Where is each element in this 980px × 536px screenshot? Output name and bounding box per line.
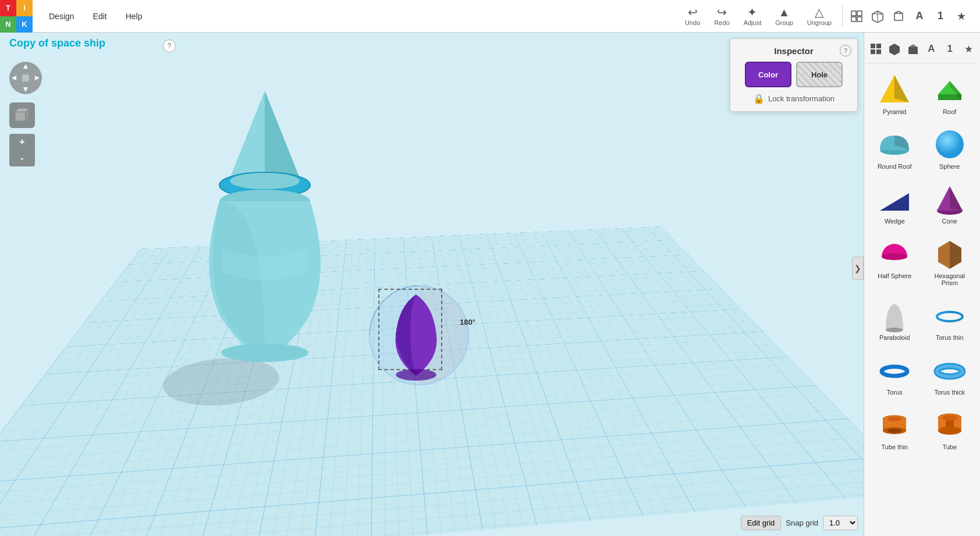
shape-preview-sphere — [932, 127, 967, 162]
text-icon-btn[interactable]: A — [910, 7, 929, 26]
svg-marker-34 — [894, 75, 909, 102]
redo-button[interactable]: ↪ Redo — [708, 4, 735, 29]
menu-design[interactable]: Design — [42, 8, 81, 24]
shape-item-cone[interactable]: Cone — [924, 178, 976, 229]
group-button[interactable]: ▲ Group — [769, 4, 799, 29]
shape-item-sphere[interactable]: Sphere — [924, 123, 976, 174]
shape-item-paraboloid[interactable]: Paraboloid — [869, 294, 921, 345]
panel-star-icon[interactable]: ★ — [959, 40, 978, 58]
orbit-control[interactable] — [9, 62, 42, 94]
shape-svg-torus-thin — [932, 298, 967, 333]
shape-label-hex-prism: Hexagonal Prism — [926, 272, 974, 286]
view-3d-icon-btn[interactable] — [868, 7, 887, 26]
help-button[interactable]: ? — [163, 40, 176, 52]
shape-item-half-sphere[interactable]: Half Sphere — [869, 232, 921, 290]
hole-button[interactable]: Hole — [796, 62, 843, 87]
box-icon-btn[interactable] — [889, 7, 908, 26]
box-icon — [892, 10, 905, 23]
project-title: Copy of space ship — [9, 37, 105, 49]
svg-point-57 — [887, 417, 901, 421]
svg-rect-0 — [851, 11, 856, 16]
shape-label-cone: Cone — [942, 218, 957, 225]
logo-n: N — [0, 16, 16, 33]
purple-cone — [378, 289, 454, 382]
lock-label: Lock transformation — [768, 94, 835, 103]
shape-preview-paraboloid — [877, 298, 912, 333]
logo[interactable]: T I N K — [0, 0, 33, 33]
panel-cube-icon[interactable] — [885, 40, 904, 58]
collapse-panel-button[interactable]: ❯ — [852, 257, 864, 280]
edit-grid-button[interactable]: Edit grid — [741, 516, 782, 530]
inspector-title: Inspector — [737, 46, 850, 56]
shape-item-tube[interactable]: Tube — [924, 403, 976, 455]
shape-label-paraboloid: Paraboloid — [879, 334, 910, 341]
redo-label: Redo — [714, 19, 729, 26]
svg-point-21 — [230, 173, 300, 189]
shape-label-torus-thin: Torus thin — [936, 334, 964, 341]
shape-label-tube-thin: Tube thin — [882, 443, 908, 450]
shape-svg-torus-thick — [932, 353, 967, 388]
panel-text-icon[interactable]: A — [922, 40, 940, 58]
undo-label: Undo — [685, 19, 700, 26]
snap-label: Snap grid — [786, 519, 818, 527]
shape-label-tube: Tube — [942, 443, 957, 450]
redo-icon: ↪ — [717, 6, 727, 18]
shape-preview-torus-thick — [932, 353, 967, 388]
svg-rect-7 — [894, 13, 903, 20]
svg-marker-47 — [950, 241, 961, 269]
reset-view-button[interactable] — [9, 102, 35, 128]
svg-rect-1 — [857, 11, 862, 16]
inspector-panel: Inspector Color Hole 🔒 Lock transformati… — [730, 38, 858, 112]
adjust-button[interactable]: ✦ Adjust — [738, 4, 768, 29]
shape-item-tube-thin[interactable]: Tube thin — [869, 403, 921, 455]
shape-preview-roof — [932, 72, 967, 107]
rotation-indicator: 180° — [460, 318, 475, 326]
zoom-in-button[interactable]: + — [9, 134, 35, 150]
panel-box-icon2 — [907, 42, 919, 55]
shape-label-round-roof: Round Roof — [878, 163, 912, 170]
shape-item-torus-thin[interactable]: Torus thin — [924, 294, 976, 345]
panel-grid-icon[interactable] — [867, 40, 885, 58]
shape-item-round-roof[interactable]: Round Roof — [869, 123, 921, 174]
undo-button[interactable]: ↩ Undo — [679, 4, 706, 29]
orbit-icon — [9, 62, 42, 94]
shape-item-hex-prism[interactable]: Hexagonal Prism — [924, 232, 976, 290]
color-button[interactable]: Color — [745, 62, 791, 87]
menu-help[interactable]: Help — [119, 8, 150, 24]
shape-preview-round-roof — [877, 127, 912, 162]
adjust-icon: ✦ — [747, 6, 757, 18]
svg-marker-30 — [889, 44, 900, 55]
shape-svg-hex-prism — [932, 236, 967, 271]
viewport[interactable]: Copy of space ship ? — [0, 33, 864, 536]
menu-edit[interactable]: Edit — [86, 8, 114, 24]
svg-point-58 — [887, 428, 901, 433]
panel-3d-icon — [888, 42, 901, 55]
shape-item-pyramid[interactable]: Pyramid — [869, 68, 921, 119]
shape-item-wedge[interactable]: Wedge — [869, 178, 921, 229]
lock-row: 🔒 Lock transformation — [737, 93, 850, 104]
panel-number-icon[interactable]: 1 — [940, 40, 959, 58]
shape-preview-tube-thin — [877, 407, 912, 442]
inspector-help-button[interactable]: ? — [840, 45, 851, 56]
adjust-label: Adjust — [744, 19, 762, 26]
ungroup-button[interactable]: △ Ungroup — [801, 4, 837, 29]
svg-rect-28 — [871, 49, 875, 54]
lock-icon: 🔒 — [753, 93, 765, 104]
panel-box-icon[interactable] — [904, 40, 922, 58]
snap-select[interactable]: 1.0 0.5 0.25 2.0 — [823, 516, 858, 530]
undo-icon: ↩ — [688, 6, 698, 18]
svg-rect-26 — [871, 44, 875, 48]
svg-point-25 — [396, 369, 436, 381]
view-grid-icon-btn[interactable] — [847, 7, 866, 26]
star-icon-btn[interactable]: ★ — [952, 7, 971, 26]
shape-item-torus[interactable]: Torus — [869, 349, 921, 400]
shape-item-roof[interactable]: Roof — [924, 68, 976, 119]
zoom-out-button[interactable]: - — [9, 150, 35, 166]
shape-svg-pyramid — [877, 72, 912, 107]
shape-label-half-sphere: Half Sphere — [878, 272, 911, 279]
svg-point-45 — [882, 253, 907, 260]
shape-item-torus-thick[interactable]: Torus thick — [924, 349, 976, 400]
shape-svg-half-sphere — [877, 236, 912, 271]
grid-view-icon — [869, 42, 882, 55]
number-icon-btn[interactable]: 1 — [931, 7, 950, 26]
